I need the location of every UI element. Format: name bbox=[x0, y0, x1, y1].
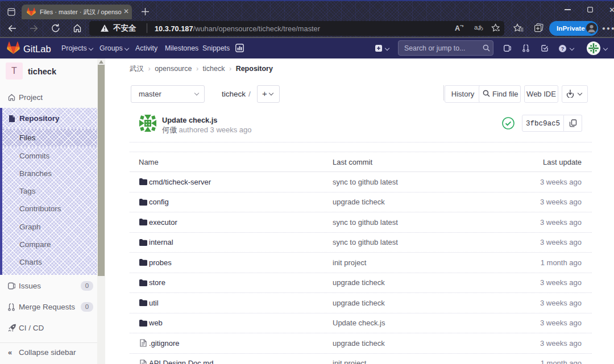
svg-text:?: ? bbox=[561, 46, 565, 52]
